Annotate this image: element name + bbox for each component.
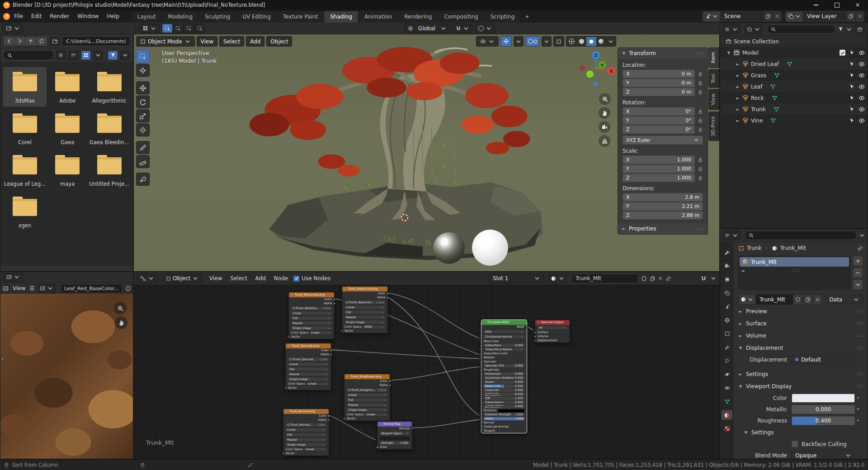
workspace-tab[interactable]: UV Editing — [236, 11, 277, 23]
normal-space-dropdown[interactable]: Tangent Space — [379, 431, 410, 436]
hide-icon[interactable] — [859, 95, 865, 101]
transform-orientation-dropdown[interactable]: Global — [404, 24, 450, 33]
workspace-tab[interactable]: Modeling — [162, 11, 199, 23]
tool-annotate[interactable] — [136, 141, 150, 154]
input-socket[interactable] — [480, 401, 482, 404]
source-dropdown[interactable]: Single Image — [291, 326, 332, 330]
tool-transform[interactable] — [136, 123, 150, 136]
proportional-editing-toggle[interactable] — [475, 24, 495, 33]
interpolation-dropdown[interactable]: Linear — [344, 305, 386, 310]
hide-icon[interactable] — [859, 106, 865, 113]
expand-icon[interactable]: ► — [736, 118, 740, 123]
slot-specials-button[interactable] — [853, 279, 863, 290]
tool-add-primitive[interactable] — [136, 173, 150, 186]
overlays-toggle[interactable] — [525, 36, 540, 47]
snapping-toggle[interactable] — [452, 24, 473, 33]
rotation-mode-dropdown[interactable]: XYZ Euler — [623, 136, 703, 145]
bsdf-input-row[interactable]: Emission Strength1.000 — [481, 413, 527, 417]
input-socket[interactable] — [288, 336, 290, 338]
folder-item[interactable]: Adobe — [47, 67, 87, 107]
select-mode-new-button[interactable] — [162, 24, 173, 33]
tool-select-box[interactable] — [136, 50, 150, 63]
location-field[interactable]: Y0 m — [623, 79, 695, 87]
bsdf-input-row[interactable]: Subsurface Color — [481, 352, 527, 356]
bsdf-input-row[interactable]: Metallic — [481, 356, 527, 360]
bsdf-input-row[interactable]: Transmission0.000 — [481, 400, 527, 404]
selectable-icon[interactable] — [849, 84, 855, 89]
bsdf-input-row[interactable]: Transmission Roughness0.000 — [481, 404, 527, 409]
create-folder-button[interactable] — [50, 37, 60, 46]
transform-panel-header[interactable]: ▼Transform∷∷ — [618, 48, 708, 59]
maximize-button[interactable] — [826, 0, 847, 10]
input-socket[interactable] — [480, 357, 482, 359]
shader-editor-type-button[interactable] — [137, 274, 158, 283]
workspace-tab[interactable]: Scripting — [485, 11, 521, 23]
source-dropdown[interactable]: Single Image — [344, 320, 386, 324]
dimension-field[interactable]: X2.8 m — [623, 193, 703, 202]
colorspace-dropdown[interactable]: sRGB — [363, 325, 385, 329]
input-socket[interactable] — [480, 348, 482, 351]
bsdf-input-row[interactable]: IOR1.450 — [481, 396, 527, 400]
slot-dropdown[interactable]: Slot 1 — [489, 274, 544, 283]
unlink-material-button[interactable]: ✕ — [813, 294, 822, 305]
bsdf-input-row[interactable]: Subsurface Radius — [481, 348, 527, 352]
panel-displacement[interactable]: ▼Displacement∷∷ — [734, 342, 868, 353]
filter-dropdown-icon[interactable] — [846, 26, 852, 33]
gizmos-toggle[interactable] — [500, 36, 512, 47]
image-menu-hamburger[interactable]: ☰ — [29, 285, 35, 291]
viewport-menu[interactable]: Object — [266, 36, 292, 47]
lock-icon[interactable] — [698, 71, 703, 77]
shader-editor[interactable]: Object View Select Add Node Use Nodes Sl… — [133, 272, 720, 459]
unlink-scene-button[interactable]: ✕ — [773, 12, 781, 21]
remove-slot-button[interactable]: − — [853, 268, 863, 278]
viewport-camera-button[interactable] — [599, 121, 610, 133]
expand-icon[interactable]: ► — [736, 73, 740, 78]
location-field[interactable]: Z0 m — [623, 88, 695, 96]
emission-color-swatch[interactable] — [498, 409, 524, 413]
extension-dropdown[interactable]: Repeat — [288, 372, 329, 376]
shading-material-button[interactable] — [586, 37, 596, 46]
bsdf-input-row[interactable]: Emission — [481, 409, 527, 413]
shader-editor-menu[interactable]: View — [207, 274, 225, 283]
pin-icon[interactable] — [857, 245, 863, 251]
rotation-field[interactable]: X0° — [623, 107, 695, 116]
link-mode-dropdown[interactable]: Data — [826, 295, 863, 304]
shading-wireframe-button[interactable] — [566, 37, 577, 46]
input-socket[interactable] — [480, 430, 482, 432]
input-socket[interactable] — [534, 331, 536, 334]
workspace-tab[interactable]: Animation — [359, 11, 398, 23]
collection-checkbox[interactable] — [840, 50, 845, 56]
tool-rotate[interactable] — [136, 95, 150, 108]
dimension-field[interactable]: Y2.21 m — [623, 202, 703, 211]
workspace-tab[interactable]: Shading — [324, 11, 359, 23]
tab-view-layer-icon[interactable] — [722, 288, 732, 298]
input-socket[interactable] — [480, 369, 482, 371]
interpolation-dropdown[interactable]: Linear — [291, 311, 332, 315]
shader-editor-menu[interactable]: Select — [228, 274, 250, 283]
input-socket[interactable] — [480, 405, 482, 408]
tool-move[interactable] — [136, 81, 150, 94]
interpolation-dropdown[interactable]: Linear — [346, 393, 388, 397]
folder-item[interactable]: Allegorithmic — [88, 67, 130, 107]
outliner-search-input[interactable] — [767, 25, 835, 34]
tab-texture-icon[interactable] — [722, 424, 732, 433]
topbar-menu[interactable]: Help — [103, 12, 123, 21]
image-name-field[interactable]: Leaf_Red_BaseColor... — [60, 284, 123, 293]
breadcrumb-material[interactable]: Trunk_Mlt — [780, 245, 806, 251]
input-socket[interactable] — [480, 414, 482, 416]
material-slot-list[interactable]: Trunk_Mlt ►∷∷ — [738, 256, 850, 290]
outliner-row-object[interactable]: ► Rock — [720, 92, 868, 103]
view-layer-selector[interactable]: View Layer ✕ — [785, 11, 864, 22]
bsdf-input-row[interactable]: Specular Tint0.000 — [481, 364, 527, 368]
image-texture-node[interactable]: ▼Trunk_Roughness.png Color Alpha Trunk_R… — [344, 374, 390, 421]
selectable-icon[interactable] — [849, 95, 855, 101]
selectable-icon[interactable] — [849, 72, 855, 78]
rotation-field[interactable]: Z0° — [623, 125, 695, 134]
material-output-node[interactable]: ▼Material Output All Surface Volume Disp… — [535, 320, 570, 343]
folder-item[interactable]: Untitled Proje... — [88, 150, 130, 190]
outliner-row-model[interactable]: ▼ Model — [720, 47, 868, 58]
bsdf-input-row[interactable]: Clearcoat0.000 — [481, 388, 527, 392]
lock-icon[interactable] — [698, 118, 703, 123]
displacement-method-dropdown[interactable]: Default — [792, 355, 855, 364]
location-field[interactable]: X0 m — [623, 70, 695, 78]
